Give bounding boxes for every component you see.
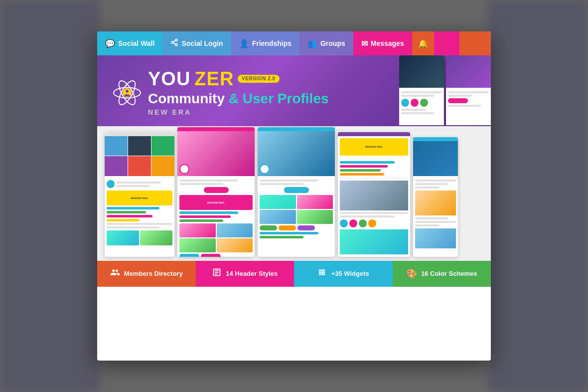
ss-line [415, 224, 440, 226]
svg-point-0 [175, 39, 177, 41]
ss-avatar [349, 219, 357, 227]
ss-content: advertise here. [105, 176, 174, 248]
grid-cell [297, 195, 333, 209]
hero-ss-content-1 [399, 88, 444, 118]
widgets-icon [317, 267, 327, 280]
tagline-user-profiles: User Profiles [243, 91, 329, 106]
ss-line [415, 183, 448, 185]
ss-line [448, 105, 481, 107]
screenshot-3 [258, 127, 335, 257]
hero-section: YOUZER VERSION 2.0 Community & User Prof… [97, 55, 491, 126]
ss-header-blue [258, 127, 335, 131]
ss-img-small [340, 181, 408, 210]
nav-item-messages[interactable]: ✉ Messages [353, 31, 412, 55]
ss-grid-4 [260, 210, 333, 224]
mosaic-cell [151, 136, 174, 156]
social-login-icon [170, 38, 178, 48]
grid-cell [260, 210, 296, 224]
ss-img-5b [415, 191, 456, 215]
mosaic-cell [128, 156, 151, 176]
mosaic-cell [151, 156, 174, 176]
ss-btn-blue [179, 254, 199, 257]
svg-point-9 [126, 90, 129, 93]
ss-name-line [116, 180, 172, 189]
atom-logo-icon [112, 78, 142, 108]
ss-header-blue-5 [413, 137, 458, 141]
hero-ss-img-2 [446, 55, 491, 88]
grid-cell [107, 230, 139, 245]
ss-line [401, 91, 442, 93]
ss-btn [448, 98, 468, 103]
hero-screenshots [399, 55, 491, 125]
grid-cell [179, 223, 216, 237]
outer-background: 💬 Social Wall Social Login 👤 Frie [0, 0, 588, 392]
ss-img-block-3 [258, 131, 335, 176]
ss-btn-blue [284, 187, 309, 193]
ss-header-purple [338, 132, 410, 136]
ss-line [260, 180, 318, 182]
bottom-item-header-styles: 14 Header Styles [196, 261, 294, 287]
screenshot-4: advertise here. [338, 132, 410, 257]
brand-name: YOUZER VERSION 2.0 [148, 69, 329, 88]
ss-line [107, 226, 159, 228]
nav-item-social-login[interactable]: Social Login [162, 31, 231, 55]
brand-zer: ZER [194, 69, 234, 88]
svg-point-1 [171, 41, 173, 43]
ss-bar [179, 211, 238, 214]
nav-bar: 💬 Social Wall Social Login 👤 Frie [97, 31, 491, 55]
ss-line [415, 187, 440, 189]
ss-bar [340, 173, 384, 176]
version-badge: VERSION 2.0 [238, 75, 279, 83]
screenshot-1: advertise here. [105, 132, 174, 257]
ss-avatar [359, 219, 367, 227]
ss-grid-3 [260, 195, 333, 209]
ss-btn-purple [297, 225, 315, 230]
ss-btn-orange [279, 225, 296, 230]
ss-line [340, 215, 395, 217]
ss-avatar [401, 99, 409, 107]
ss-btn-row [179, 254, 253, 257]
main-card: 💬 Social Wall Social Login 👤 Frie [97, 31, 491, 361]
mosaic-cell [105, 136, 128, 156]
nav-item-notifications[interactable]: 🔔 [412, 31, 434, 55]
ss-grid [179, 223, 253, 237]
ss-img-bottom [340, 229, 408, 254]
friendships-icon: 👤 [239, 39, 249, 48]
ss-content-2: advertise here. [177, 176, 255, 257]
ss-header [105, 132, 174, 136]
ss-line [401, 109, 426, 111]
nav-item-friendships[interactable]: 👤 Friendships [231, 31, 299, 55]
ss-ad-text: advertise here. [131, 196, 148, 199]
nav-item-social-wall[interactable]: 💬 Social Wall [97, 31, 162, 55]
ss-line [179, 180, 238, 182]
nav-item-groups[interactable]: 👥 Groups [299, 31, 353, 55]
social-wall-icon: 💬 [105, 39, 115, 48]
ss-line [116, 185, 150, 187]
ss-bar [107, 219, 140, 221]
divider [340, 178, 408, 179]
ss-avatar-row [107, 180, 172, 189]
bottom-item-members: Members Directory [97, 261, 196, 287]
ss-btn-pink [201, 254, 221, 257]
grid-cell [297, 210, 333, 224]
ss-line [448, 95, 472, 97]
grid-cell [260, 195, 296, 209]
ss-line [401, 112, 434, 114]
bottom-item-color-schemes: 🎨 16 Color Schemes [393, 261, 491, 287]
header-styles-icon [212, 267, 222, 280]
ss-line [415, 221, 456, 223]
ss-line [107, 223, 172, 225]
ss-ad-banner-4: advertise here. [340, 138, 408, 156]
brand-text-area: YOUZER VERSION 2.0 Community & User Prof… [148, 69, 329, 116]
ss-line [179, 183, 223, 185]
ss-profile-avatar-3 [260, 164, 270, 174]
ss-avatar [420, 99, 428, 107]
blur-left [0, 0, 100, 392]
members-label: Members Directory [124, 270, 183, 277]
ss-line [415, 180, 456, 182]
bell-icon: 🔔 [418, 39, 428, 48]
ss-line [260, 183, 303, 185]
ss-avatar-row [401, 99, 442, 107]
messages-label: Messages [371, 39, 404, 47]
bottom-bar: Members Directory 14 Header Styles +3 [97, 261, 491, 287]
